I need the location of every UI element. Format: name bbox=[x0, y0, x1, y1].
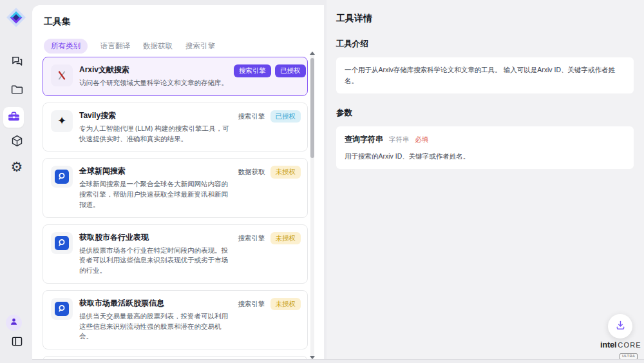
tool-description: 访问各个研究领域大量科学论文和文章的存储库。 bbox=[79, 78, 234, 88]
status-badge: 已授权 bbox=[275, 64, 306, 77]
panel-toggle-icon bbox=[10, 335, 24, 351]
intel-core-logo: intel CORE ULTRA bbox=[600, 340, 641, 360]
tool-details-panel: 工具详情 工具介绍 一个用于从Arxiv存储库搜索科学论文和文章的工具。 输入可… bbox=[327, 0, 644, 359]
param-name: 查询字符串 bbox=[345, 135, 383, 144]
category-badge: 搜索引擎 bbox=[237, 232, 267, 245]
tab-language-translation[interactable]: 语言翻译 bbox=[100, 41, 130, 51]
download-button[interactable] bbox=[608, 314, 632, 338]
search-blue-icon bbox=[55, 236, 69, 250]
status-badge: 未授权 bbox=[270, 232, 301, 245]
category-badge: 搜索引擎 bbox=[237, 110, 267, 123]
tool-card-most-active-stocks[interactable]: 获取市场最活跃股票信息 提供当天交易量最高的股票列表，投资者可以利用这些信息来识… bbox=[43, 290, 308, 349]
tab-all-categories[interactable]: 所有类别 bbox=[44, 39, 88, 54]
tool-card-sector-performance[interactable]: 获取股市各行业表现 提供股票市场各个行业在特定时间段内的表现。投资者可以利用这些… bbox=[43, 224, 308, 284]
chat-nav-button[interactable] bbox=[9, 54, 24, 70]
tool-title: Tavily搜索 bbox=[79, 110, 234, 121]
user-avatar[interactable] bbox=[6, 315, 22, 331]
scroll-up-arrow-icon bbox=[310, 52, 315, 55]
user-icon bbox=[8, 316, 19, 329]
tool-card-arxiv[interactable]: Arxiv文献搜索 访问各个研究领域大量科学论文和文章的存储库。 搜索引擎 已授… bbox=[43, 57, 308, 96]
download-icon bbox=[614, 319, 627, 334]
settings-nav-button[interactable]: ⚙ bbox=[9, 159, 24, 174]
cube-icon bbox=[10, 134, 24, 150]
status-badge: 未授权 bbox=[270, 298, 301, 311]
tool-description: 全球新闻搜索是一个聚合全球各大新闻网站内容的搜索引擎，帮助用户快速获取全球最新资… bbox=[79, 179, 234, 210]
chat-icon bbox=[10, 54, 24, 70]
intel-brand-text: intel bbox=[600, 340, 616, 349]
param-type: 字符串 bbox=[389, 135, 410, 143]
intro-box: 一个用于从Arxiv存储库搜索科学论文和文章的工具。 输入可以是Arxiv ID… bbox=[336, 57, 634, 93]
tool-description: 提供股票市场各个行业在特定时间段内的表现。投资者可以利用这些信息来识别表现优于或… bbox=[79, 246, 234, 276]
left-rail: ⚙ bbox=[0, 0, 32, 363]
toolbox-nav-button-active[interactable] bbox=[3, 107, 24, 128]
app-logo-icon bbox=[6, 7, 26, 28]
folder-nav-button[interactable] bbox=[9, 83, 24, 98]
params-heading: 参数 bbox=[336, 108, 634, 119]
intel-core-text: CORE bbox=[618, 342, 641, 349]
details-title: 工具详情 bbox=[336, 13, 634, 25]
search-blue-icon bbox=[55, 170, 69, 184]
tool-description: 提供当天交易量最高的股票列表，投资者可以利用这些信息来识别流动性强的股票和潜在的… bbox=[79, 311, 234, 342]
sparkle-icon: ✦ bbox=[51, 110, 73, 132]
bottom-divider bbox=[32, 359, 644, 360]
category-tabs: 所有类别 语言翻译 数据获取 搜索引擎 bbox=[44, 39, 215, 54]
tool-card-global-news[interactable]: 全球新闻搜索 全球新闻搜索是一个聚合全球各大新闻网站内容的搜索引擎，帮助用户快速… bbox=[43, 158, 308, 217]
param-description: 用于搜索的Arxiv ID、关键字或作者姓名。 bbox=[345, 151, 625, 162]
param-required-flag: 必填 bbox=[415, 135, 428, 143]
category-badge: 数据获取 bbox=[237, 166, 267, 179]
gear-icon: ⚙ bbox=[11, 160, 23, 173]
intro-heading: 工具介绍 bbox=[336, 39, 634, 50]
tool-title: 获取市场最活跃股票信息 bbox=[79, 298, 234, 309]
status-badge: 已授权 bbox=[270, 110, 301, 123]
cube-nav-button[interactable] bbox=[9, 134, 24, 150]
tool-card-list: Arxiv文献搜索 访问各个研究领域大量科学论文和文章的存储库。 搜索引擎 已授… bbox=[43, 57, 308, 359]
page-title: 工具集 bbox=[44, 16, 71, 28]
tool-card-tavily[interactable]: ✦ Tavily搜索 专为人工智能代理 (LLM) 构建的搜索引擎工具，可快速提… bbox=[43, 103, 308, 152]
tool-title: 全球新闻搜索 bbox=[79, 166, 234, 177]
folder-icon bbox=[10, 83, 24, 99]
tool-description: 专为人工智能代理 (LLM) 构建的搜索引擎工具，可快速提供实时、准确和真实的结… bbox=[79, 124, 234, 144]
tool-list-panel: 工具集 所有类别 语言翻译 数据获取 搜索引擎 Arxiv文献搜索 访问各个研究… bbox=[32, 5, 324, 359]
sidebar-toggle-button[interactable] bbox=[9, 335, 24, 350]
list-scrollbar[interactable] bbox=[310, 52, 314, 359]
category-badge: 搜索引擎 bbox=[237, 298, 267, 311]
arxiv-icon bbox=[51, 64, 73, 86]
category-badge: 搜索引擎 bbox=[234, 64, 271, 77]
status-badge: 未授权 bbox=[270, 166, 301, 179]
tool-title: Arxiv文献搜索 bbox=[79, 64, 234, 75]
toolbox-icon bbox=[7, 110, 21, 126]
tab-data-acquisition[interactable]: 数据获取 bbox=[143, 41, 173, 51]
tab-search-engine[interactable]: 搜索引擎 bbox=[185, 41, 215, 51]
tool-title: 获取股市各行业表现 bbox=[79, 232, 234, 243]
search-blue-icon bbox=[55, 302, 69, 316]
param-box: 查询字符串 字符串 必填 用于搜索的Arxiv ID、关键字或作者姓名。 bbox=[336, 126, 634, 169]
scrollbar-thumb[interactable] bbox=[310, 58, 314, 158]
